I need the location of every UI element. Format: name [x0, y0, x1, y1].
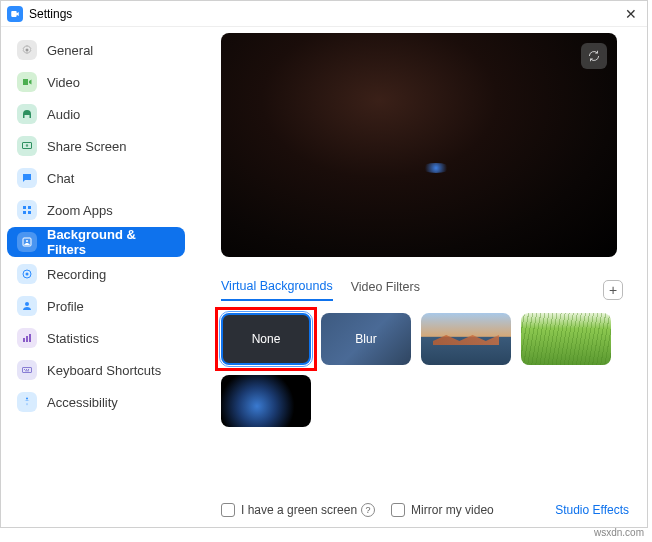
svg-point-9 — [26, 273, 29, 276]
main-panel: Virtual Backgrounds Video Filters + None… — [191, 27, 647, 527]
sidebar: General Video Audio Share Screen Chat Zo… — [1, 27, 191, 527]
sidebar-item-label: Recording — [47, 267, 106, 282]
svg-rect-18 — [25, 371, 29, 372]
sidebar-item-keyboard-shortcuts[interactable]: Keyboard Shortcuts — [7, 355, 185, 385]
svg-rect-4 — [23, 211, 26, 214]
keyboard-icon — [17, 360, 37, 380]
apps-icon — [17, 200, 37, 220]
svg-rect-2 — [23, 206, 26, 209]
svg-rect-3 — [28, 206, 31, 209]
background-option-bridge[interactable] — [421, 313, 511, 365]
background-option-grass[interactable] — [521, 313, 611, 365]
svg-point-10 — [25, 302, 29, 306]
sidebar-item-label: Video — [47, 75, 80, 90]
svg-rect-5 — [28, 211, 31, 214]
settings-window: Settings ✕ General Video Audio Share Scr… — [0, 0, 648, 528]
gear-icon — [17, 40, 37, 60]
sidebar-item-general[interactable]: General — [7, 35, 185, 65]
background-option-earth[interactable] — [221, 375, 311, 427]
chat-icon — [17, 168, 37, 188]
checkbox-label: I have a green screen — [241, 503, 357, 517]
green-screen-checkbox[interactable]: I have a green screen ? — [221, 503, 375, 517]
background-tabs: Virtual Backgrounds Video Filters + — [221, 279, 629, 301]
sidebar-item-statistics[interactable]: Statistics — [7, 323, 185, 353]
background-icon — [17, 232, 37, 252]
svg-rect-11 — [23, 338, 25, 342]
sidebar-item-audio[interactable]: Audio — [7, 99, 185, 129]
help-icon[interactable]: ? — [361, 503, 375, 517]
footer-controls: I have a green screen ? Mirror my video … — [221, 493, 629, 517]
sidebar-item-chat[interactable]: Chat — [7, 163, 185, 193]
tab-virtual-backgrounds[interactable]: Virtual Backgrounds — [221, 279, 333, 301]
thumb-none-wrap: None — [221, 313, 311, 365]
sidebar-item-label: Share Screen — [47, 139, 127, 154]
svg-rect-13 — [29, 334, 31, 342]
sidebar-item-label: Zoom Apps — [47, 203, 113, 218]
recording-icon — [17, 264, 37, 284]
svg-rect-14 — [23, 368, 32, 373]
sidebar-item-label: Audio — [47, 107, 80, 122]
studio-effects-link[interactable]: Studio Effects — [555, 503, 629, 517]
close-button[interactable]: ✕ — [621, 4, 641, 24]
video-preview — [221, 33, 617, 257]
svg-rect-17 — [28, 369, 29, 370]
svg-point-19 — [26, 398, 28, 400]
add-background-button[interactable]: + — [603, 280, 623, 300]
svg-rect-12 — [26, 336, 28, 342]
svg-point-7 — [26, 240, 28, 242]
sidebar-item-background-filters[interactable]: Background & Filters — [7, 227, 185, 257]
svg-rect-16 — [26, 369, 27, 370]
svg-point-0 — [26, 49, 29, 52]
titlebar: Settings ✕ — [1, 1, 647, 27]
sidebar-item-label: Background & Filters — [47, 227, 175, 257]
accessibility-icon — [17, 392, 37, 412]
thumb-label: Blur — [355, 332, 376, 346]
profile-icon — [17, 296, 37, 316]
sidebar-item-label: Chat — [47, 171, 74, 186]
mirror-video-checkbox[interactable]: Mirror my video — [391, 503, 494, 517]
sidebar-item-video[interactable]: Video — [7, 67, 185, 97]
share-screen-icon — [17, 136, 37, 156]
statistics-icon — [17, 328, 37, 348]
watermark: wsxdn.com — [594, 527, 644, 538]
thumb-label: None — [252, 332, 281, 346]
sidebar-item-zoom-apps[interactable]: Zoom Apps — [7, 195, 185, 225]
sidebar-item-accessibility[interactable]: Accessibility — [7, 387, 185, 417]
background-option-none[interactable]: None — [221, 313, 311, 365]
checkbox-icon — [221, 503, 235, 517]
sidebar-item-label: Keyboard Shortcuts — [47, 363, 161, 378]
svg-rect-15 — [24, 369, 25, 370]
tab-video-filters[interactable]: Video Filters — [351, 280, 420, 300]
zoom-icon — [7, 6, 23, 22]
sidebar-item-label: Statistics — [47, 331, 99, 346]
checkbox-icon — [391, 503, 405, 517]
checkbox-label: Mirror my video — [411, 503, 494, 517]
window-body: General Video Audio Share Screen Chat Zo… — [1, 27, 647, 527]
sidebar-item-label: Profile — [47, 299, 84, 314]
sidebar-item-label: Accessibility — [47, 395, 118, 410]
sidebar-item-profile[interactable]: Profile — [7, 291, 185, 321]
sidebar-item-label: General — [47, 43, 93, 58]
video-icon — [17, 72, 37, 92]
rotate-camera-button[interactable] — [581, 43, 607, 69]
background-option-blur[interactable]: Blur — [321, 313, 411, 365]
window-title: Settings — [29, 7, 72, 21]
sidebar-item-share-screen[interactable]: Share Screen — [7, 131, 185, 161]
preview-reflection — [421, 163, 451, 173]
background-thumbnails: None Blur — [221, 313, 629, 427]
sidebar-item-recording[interactable]: Recording — [7, 259, 185, 289]
headphones-icon — [17, 104, 37, 124]
